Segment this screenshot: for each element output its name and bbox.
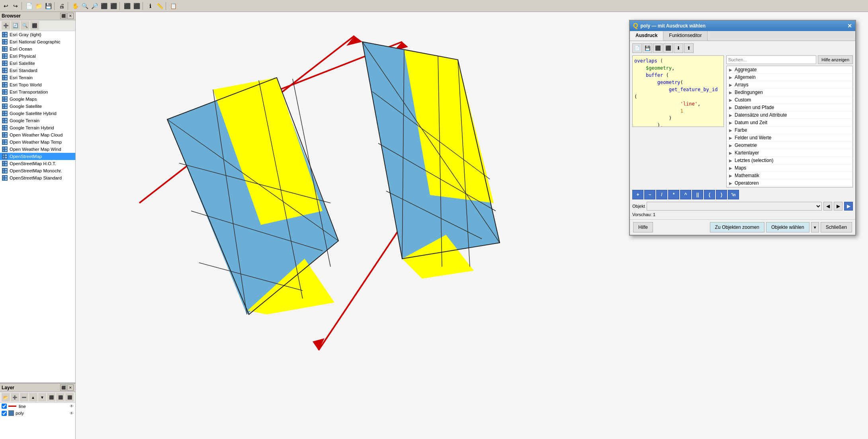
select-dropdown-btn[interactable]: ▼	[811, 222, 819, 232]
layer-item-poly[interactable]: poly 👁	[0, 410, 75, 417]
browser-item[interactable]: Google Terrain	[0, 117, 75, 124]
browser-collapse-btn[interactable]: ⬛	[30, 21, 39, 30]
object-next-btn[interactable]: ▶	[834, 202, 843, 211]
function-category-item[interactable]: ▶Datensätze und Attribute	[727, 111, 852, 119]
function-category-item[interactable]: ▶Mathematik	[727, 172, 852, 180]
browser-item[interactable]: OpenStreetMap Standard	[0, 174, 75, 181]
toolbar-btn-select[interactable]: ⬛	[123, 2, 131, 10]
browser-add-btn[interactable]: ➕	[2, 21, 10, 30]
layer-open-btn[interactable]: 📂	[2, 393, 10, 402]
dialog-tab-ausdruck[interactable]: Ausdruck	[630, 31, 663, 41]
op-open-paren[interactable]: (	[704, 190, 715, 199]
dialog-close-btn[interactable]: ✕	[847, 23, 852, 29]
function-category-item[interactable]: ▶Allgemein	[727, 74, 852, 81]
function-category-item[interactable]: ▶Geometrie	[727, 142, 852, 149]
toolbar-btn-undo[interactable]: ↩	[2, 2, 10, 10]
layer-filter-btn[interactable]: ⬛	[65, 393, 74, 402]
layer-float-btn[interactable]: ⬛	[60, 384, 66, 391]
layer-eye-line[interactable]: 👁	[70, 404, 74, 408]
op-plus[interactable]: +	[632, 190, 643, 199]
function-list[interactable]: ▶Aggregate▶Allgemein▶Arrays▶Bedingungen▶…	[726, 66, 853, 187]
expr-save-btn[interactable]: 💾	[643, 43, 652, 53]
browser-item[interactable]: Esri Gray (light)	[0, 31, 75, 38]
function-category-item[interactable]: ▶Letztes (selection)	[727, 157, 852, 164]
browser-item[interactable]: Esri Topo World	[0, 81, 75, 88]
function-category-item[interactable]: ▶Custom	[727, 96, 852, 104]
expr-btn-up[interactable]: ⬆	[684, 43, 694, 53]
browser-item[interactable]: Esri National Geographic	[0, 38, 75, 45]
op-multiply[interactable]: *	[668, 190, 679, 199]
browser-float-btn[interactable]: ⬛	[60, 13, 66, 19]
dialog-tab-funktionseditor[interactable]: Funktionseditor	[663, 31, 708, 41]
browser-item[interactable]: Google Terrain Hybrid	[0, 124, 75, 131]
expr-new-btn[interactable]: 📄	[632, 43, 642, 53]
toolbar-btn-zoom-in[interactable]: 🔍	[80, 2, 89, 10]
toolbar-btn-new[interactable]: 📄	[25, 2, 33, 10]
function-category-item[interactable]: ▶Kartenlayer	[727, 149, 852, 157]
layer-add-btn[interactable]: ➕	[11, 393, 19, 402]
layer-eye-poly[interactable]: 👁	[70, 411, 74, 416]
layer-item-line[interactable]: line 👁	[0, 403, 75, 410]
browser-item[interactable]: Open Weather Map Wind	[0, 146, 75, 153]
hilfe-anzeigen-btn[interactable]: Hilfe anzeigen	[818, 55, 853, 64]
object-prev-btn[interactable]: ◀	[823, 202, 832, 211]
map-area[interactable]: Q poly — mit Ausdruck wählen ✕ Ausdruck …	[76, 12, 868, 439]
op-newline[interactable]: '\n	[728, 190, 739, 199]
browser-close-btn[interactable]: ✕	[67, 13, 74, 19]
browser-item[interactable]: OpenStreetMap Monochr.	[0, 167, 75, 174]
toolbar-btn-open[interactable]: 📁	[34, 2, 43, 10]
select-objects-btn[interactable]: Objekte wählen	[766, 222, 809, 232]
browser-item[interactable]: Esri Satellite	[0, 60, 75, 67]
browser-item[interactable]: OpenStreetMap	[0, 153, 75, 160]
layer-remove-btn[interactable]: ➖	[20, 393, 28, 402]
layer-visibility-line[interactable]	[2, 404, 7, 409]
browser-item[interactable]: Esri Ocean	[0, 45, 75, 53]
browser-item[interactable]: Esri Transportation	[0, 88, 75, 96]
expression-editor[interactable]: overlaps ( $geometry, buffer ( geometry(…	[632, 55, 724, 127]
op-close-paren[interactable]: )	[716, 190, 727, 199]
function-category-item[interactable]: ▶Datum und Zeit	[727, 119, 852, 127]
object-select[interactable]	[647, 202, 822, 211]
toolbar-btn-measure[interactable]: 📏	[155, 2, 164, 10]
toolbar-btn-zoom-out[interactable]: 🔎	[90, 2, 99, 10]
layer-close-btn[interactable]: ✕	[67, 384, 74, 391]
toolbar-btn-pan[interactable]: ✋	[71, 2, 80, 10]
op-power[interactable]: ^	[680, 190, 691, 199]
layer-group-btn[interactable]: ⬛	[47, 393, 55, 402]
function-category-item[interactable]: ▶Arrays	[727, 81, 852, 89]
function-category-item[interactable]: ▶Aggregate	[727, 66, 852, 74]
browser-refresh-btn[interactable]: 🔄	[11, 21, 20, 30]
browser-item[interactable]: OpenStreetMap H.O.T.	[0, 160, 75, 167]
function-category-item[interactable]: ▶Felder und Werte	[727, 134, 852, 142]
browser-item[interactable]: Open Weather Map Cloud	[0, 131, 75, 139]
toolbar-btn-zoom-layer[interactable]: ⬛	[109, 2, 118, 10]
op-divide[interactable]: /	[656, 190, 667, 199]
close-btn[interactable]: Schließen	[821, 222, 852, 232]
layer-down-btn[interactable]: ▼	[38, 393, 47, 402]
browser-item[interactable]: Esri Physical	[0, 53, 75, 60]
function-category-item[interactable]: ▶Maps	[727, 164, 852, 172]
function-category-item[interactable]: ▶Operatoren	[727, 180, 852, 187]
op-minus[interactable]: −	[644, 190, 655, 199]
layer-style-btn[interactable]: ⬛	[56, 393, 65, 402]
browser-item[interactable]: Open Weather Map Temp	[0, 139, 75, 146]
function-category-item[interactable]: ▶Farbe	[727, 127, 852, 134]
layer-visibility-poly[interactable]	[2, 411, 7, 416]
browser-filter-btn[interactable]: 🔍	[21, 21, 29, 30]
browser-list[interactable]: Esri Gray (light)Esri National Geographi…	[0, 31, 75, 382]
browser-item[interactable]: Esri Standard	[0, 67, 75, 74]
expr-btn-down[interactable]: ⬇	[674, 43, 683, 53]
toolbar-btn-attrs[interactable]: 📋	[169, 2, 178, 10]
object-run-btn[interactable]: ▶	[844, 202, 853, 211]
op-pipe[interactable]: ||	[692, 190, 703, 199]
function-category-item[interactable]: ▶Dateien und Pfade	[727, 104, 852, 111]
expr-btn-4[interactable]: ⬛	[663, 43, 673, 53]
zoom-to-btn[interactable]: Zu Objekten zoomen	[710, 222, 764, 232]
toolbar-btn-select-rect[interactable]: ⬛	[132, 2, 141, 10]
toolbar-btn-print[interactable]: 🖨	[57, 2, 66, 10]
browser-item[interactable]: Google Satellite	[0, 103, 75, 110]
expr-btn-3[interactable]: ⬛	[653, 43, 663, 53]
toolbar-btn-save[interactable]: 💾	[44, 2, 53, 10]
browser-item[interactable]: Esri Terrain	[0, 74, 75, 81]
browser-item[interactable]: Google Maps	[0, 96, 75, 103]
